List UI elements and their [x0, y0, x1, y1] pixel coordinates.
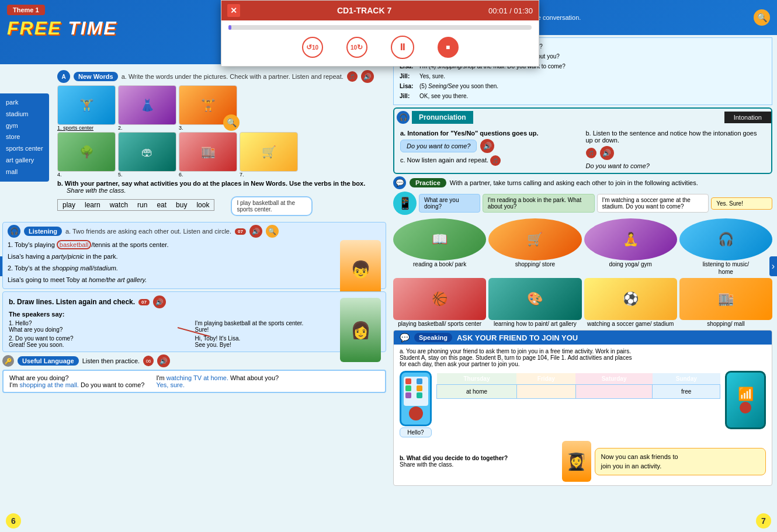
conv-row-4: Jill: Yes, sure.: [400, 71, 766, 81]
activity-thumb-shopping-mall: 🏬: [679, 278, 772, 320]
audio-badge-new-words[interactable]: 🎵: [347, 71, 358, 82]
speaking-header: 💬 Speaking ASK YOUR FRIEND TO JOIN YOU: [394, 331, 772, 345]
activity-music: 🎧 listening to music/home: [679, 218, 772, 276]
photo-item-4: 🌳 4.: [57, 132, 116, 178]
activity-label-reading: reading a book/ park: [393, 260, 486, 268]
pron-example-b: Do you want to come?: [586, 162, 766, 169]
activity-row-1: 📖 reading a book/ park 🛒 shopping/ store…: [393, 218, 772, 276]
activity-thumb-painting: 🎨: [488, 278, 581, 320]
practice-instruction: With a partner, take turns calling and a…: [450, 179, 698, 186]
audio-btn-pron-a[interactable]: 🔊: [480, 139, 494, 153]
search-btn-listening[interactable]: 🔍: [266, 225, 279, 238]
word-list-sidebar: park stadium gym store sports center art…: [0, 93, 49, 182]
audio-badge-pron-b[interactable]: 🎵: [586, 148, 596, 158]
verb-eat: eat: [157, 201, 166, 209]
audio-stop-button[interactable]: ■: [438, 37, 459, 58]
new-words-section: A New Words a. Write the words under the…: [51, 67, 388, 220]
audio-player-modal: ✕ CD1-TRACK 7 00:01 / 01:30 ↺10 10↻ ⏸ ■: [221, 0, 539, 67]
stop-icon: ■: [446, 43, 450, 51]
speaking-section: 💬 Speaking ASK YOUR FRIEND TO JOIN YOU a…: [393, 330, 772, 486]
svg-line-0: [178, 328, 210, 336]
activity-label-yoga: doing yoga/ gym: [584, 260, 677, 268]
search-btn-right[interactable]: 🔍: [754, 9, 770, 26]
audio-badge-useful[interactable]: 06: [143, 356, 154, 366]
photo-item-2: 👗 2.: [118, 85, 176, 131]
verb-learn: learn: [85, 201, 100, 209]
search-icon-right[interactable]: 🔍: [754, 9, 770, 26]
word-mall: mall: [6, 166, 43, 178]
draw-right-3: Hi, Toby! It's Lisa.: [195, 335, 380, 342]
activity-shopping: 🛒 shopping/ store: [488, 218, 581, 276]
activity-thumb-reading: 📖: [393, 218, 486, 260]
magnify-icon[interactable]: 🔍: [223, 114, 240, 131]
practice-section: 💬 Practice With a partner, take turns ca…: [393, 176, 772, 328]
audio-forward-button[interactable]: 10↻: [346, 37, 367, 58]
forward-icon: 10↻: [351, 43, 363, 51]
photo-sports-center: 🏋️: [57, 85, 116, 125]
rewind-icon: ↺10: [306, 43, 318, 51]
activities-instruction-text: b. With your partner, say what activitie…: [57, 180, 365, 187]
audio-btn-draw[interactable]: 🔊: [153, 295, 166, 308]
speakers-grid: 1. Hello? What are you doing? 2. Do you …: [9, 320, 380, 348]
person-photo-1: 👦: [340, 240, 381, 298]
useful-left: What are you doing? I'm shopping at the …: [9, 374, 144, 388]
dialog-cell-1: What are you doing?: [419, 194, 480, 213]
app-icon-5: [405, 392, 411, 398]
audio-rewind-button[interactable]: ↺10: [302, 37, 323, 58]
pron-part-b: b. Listen to the sentence and notice how…: [586, 130, 766, 144]
new-words-badge: New Words: [74, 72, 118, 81]
speaking-instruction-c: for each day, then ask your partner to j…: [400, 361, 766, 367]
activity-label-painting: learning how to paint/ art gallery: [488, 320, 581, 328]
audio-progress-bar[interactable]: [228, 25, 532, 30]
cell-thursday: at home: [437, 385, 517, 399]
audio-progress-fill: [228, 25, 231, 30]
useful-columns: What are you doing? I'm shopping at the …: [9, 374, 379, 388]
activity-basketball: 🏀 playing basketball/ sports center: [393, 278, 486, 328]
col-sunday: Sunday: [653, 373, 720, 385]
phone-screen: [404, 377, 428, 406]
photo-item-6: 🏬 6.: [179, 132, 237, 178]
audio-btn-useful[interactable]: 🔊: [157, 354, 170, 367]
pause-icon: ⏸: [398, 42, 407, 53]
audio-close-button[interactable]: ✕: [227, 4, 240, 17]
dialog-cell-3: I'm watching a soccer game at the stadiu…: [597, 194, 709, 213]
word-park: park: [6, 97, 43, 109]
listening-section: 🎧 Listening a. Two friends are asking ea…: [2, 222, 386, 289]
draw-left-2: What are you doing?: [9, 326, 194, 333]
call-end-btn: [740, 402, 751, 413]
audio-time-display: 00:01 / 01:30: [488, 6, 533, 15]
part-b-instruction: b. What did you decide to do together?: [400, 455, 559, 461]
audio-badge-pron-c[interactable]: 🎵: [490, 155, 501, 166]
photo-item-1: 🏋️ 1. sports center: [57, 85, 116, 131]
activity-thumb-music: 🎧: [679, 218, 772, 260]
activity-reading: 📖 reading a book/ park: [393, 218, 486, 276]
app-icon-2: [417, 378, 422, 384]
audio-btn-new-words[interactable]: 🔊: [361, 70, 374, 83]
audio-pause-button[interactable]: ⏸: [391, 36, 414, 59]
phone-hello-area: Hello?: [400, 371, 432, 437]
photo-label-3: 3.: [179, 125, 183, 131]
intonation-tab: Intonation: [724, 112, 771, 123]
pronunciation-body: a. Intonation for "Yes/No" questions goe…: [394, 126, 771, 173]
audio-track-title: CD1-TRACK 7: [337, 6, 391, 15]
activity-soccer: ⚽ watching a soccer game/ stadium: [584, 278, 677, 328]
activity-label-shopping-mall: shopping/ mall: [679, 320, 772, 328]
cell-saturday: [575, 385, 653, 399]
audio-btn-listening[interactable]: 🔊: [249, 225, 262, 238]
photo-label-7: 7.: [240, 172, 244, 178]
speaker-left-col: 1. Hello? What are you doing? 2. Do you …: [9, 320, 194, 348]
speaking-title: ASK YOUR FRIEND TO JOIN YOU: [457, 333, 578, 342]
activity-label-soccer: watching a soccer game/ stadium: [584, 320, 677, 328]
col-saturday: Saturday: [575, 373, 653, 385]
listening-item-4: Lisa's going to meet Toby at home/the ar…: [8, 275, 381, 285]
headphone-icon-practice: 💬: [393, 176, 406, 189]
page-nav-right[interactable]: ›: [769, 256, 777, 276]
schedule-area: Thursday Friday Saturday Sunday at home: [436, 371, 720, 399]
speech-bubble: I play basketball at the sports center.: [231, 196, 313, 216]
pron-part-c: c. Now listen again and repeat. 🎵: [400, 155, 580, 166]
key-icon: 🔑: [2, 355, 14, 367]
pronunciation-title: Pronunciation: [412, 111, 473, 124]
pron-example-a: Do you want to come?: [400, 140, 477, 152]
audio-btn-pron-b[interactable]: 🔊: [600, 146, 614, 160]
conv-text-6: OK, see you there.: [419, 91, 468, 101]
